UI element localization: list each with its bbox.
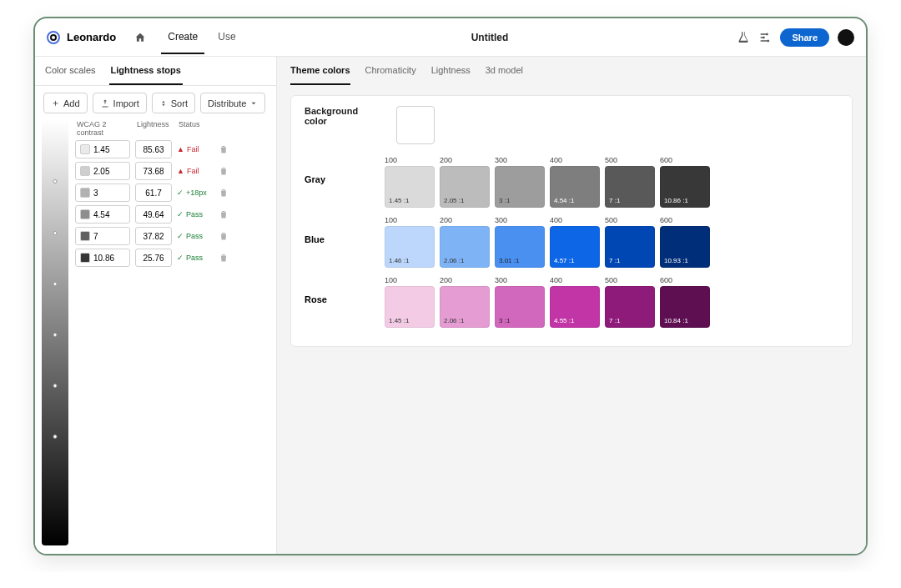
delete-icon[interactable] xyxy=(219,209,229,219)
color-swatch[interactable]: 1.45 :1 xyxy=(385,286,435,328)
nav-create[interactable]: Create xyxy=(161,21,204,54)
check-icon: ✓ xyxy=(177,254,184,262)
gradient-stop[interactable] xyxy=(53,282,58,286)
color-swatch[interactable]: 7 :1 xyxy=(605,166,655,208)
share-button[interactable]: Share xyxy=(780,28,829,47)
color-swatch[interactable]: 2.06 :1 xyxy=(440,226,490,268)
swatch-column: 1001.46 :1 xyxy=(385,216,435,268)
tab-color-scales[interactable]: Color scales xyxy=(43,57,98,85)
status-text: Pass xyxy=(186,254,203,262)
color-swatch[interactable]: 1.46 :1 xyxy=(385,226,435,268)
swatch-column: 3003 :1 xyxy=(495,156,545,208)
color-scale-row: Blue1001.46 :12002.06 :13003.01 :14004.5… xyxy=(305,216,838,268)
color-swatch[interactable]: 1.45 :1 xyxy=(385,166,435,208)
color-swatch[interactable]: 3 :1 xyxy=(495,166,545,208)
contrast-ratio: 1.46 :1 xyxy=(389,257,409,264)
lightness-value: 49.64 xyxy=(143,210,164,219)
color-swatch[interactable]: 10.86 :1 xyxy=(660,166,710,208)
lightness-input[interactable]: 61.7 xyxy=(135,183,172,202)
table-header: WCAG 2 contrast Lightness Status xyxy=(75,120,271,140)
tab-lightness[interactable]: Lightness xyxy=(431,57,471,85)
color-swatch[interactable]: 4.57 :1 xyxy=(550,226,600,268)
swatch-header: 100 xyxy=(385,156,435,164)
tab-3d-model[interactable]: 3d model xyxy=(486,57,523,85)
swatch-header: 100 xyxy=(385,276,435,284)
swatch-header: 100 xyxy=(385,216,435,224)
status-text: Pass xyxy=(186,210,203,219)
row-swatch xyxy=(80,231,90,241)
color-swatch[interactable]: 3.01 :1 xyxy=(495,226,545,268)
color-swatch[interactable]: 10.84 :1 xyxy=(660,286,710,328)
swatch-column: 3003.01 :1 xyxy=(495,216,545,268)
contrast-ratio: 4.55 :1 xyxy=(554,317,574,324)
swatch-header: 200 xyxy=(440,156,490,164)
gradient-stop[interactable] xyxy=(53,231,58,235)
lightness-input[interactable]: 85.63 xyxy=(135,140,172,158)
status-cell: ✓Pass xyxy=(177,232,214,240)
color-swatch[interactable]: 2.06 :1 xyxy=(440,286,490,328)
lightness-input[interactable]: 37.82 xyxy=(135,227,172,245)
color-swatch[interactable]: 2.05 :1 xyxy=(440,166,490,208)
import-button[interactable]: Import xyxy=(93,93,147,113)
tab-chromaticity[interactable]: Chromaticity xyxy=(365,57,416,85)
contrast-input[interactable]: 2.05 xyxy=(75,162,130,180)
nav-use[interactable]: Use xyxy=(211,21,242,54)
contrast-ratio: 7 :1 xyxy=(609,197,620,204)
delete-icon[interactable] xyxy=(219,188,229,198)
contrast-value: 10.86 xyxy=(93,254,114,263)
delete-icon[interactable] xyxy=(219,231,229,241)
contrast-input[interactable]: 1.45 xyxy=(75,140,130,158)
status-cell: ✓Pass xyxy=(177,210,214,219)
swatch-column: 3003 :1 xyxy=(495,276,545,328)
swatch-header: 500 xyxy=(605,156,655,164)
color-swatch[interactable]: 7 :1 xyxy=(605,226,655,268)
main-panel: Theme colors Chromaticity Lightness 3d m… xyxy=(277,57,866,554)
swatch-header: 500 xyxy=(605,216,655,224)
brand: Leonardo xyxy=(67,31,116,43)
home-icon[interactable] xyxy=(134,32,146,43)
color-swatch[interactable]: 7 :1 xyxy=(605,286,655,328)
background-swatch[interactable] xyxy=(396,106,435,144)
add-button[interactable]: ＋Add xyxy=(43,93,88,113)
theme-panel: Background color Gray1001.45 :12002.05 :… xyxy=(290,95,853,347)
color-swatch[interactable]: 3 :1 xyxy=(495,286,545,328)
status-text: Pass xyxy=(186,232,203,240)
lightness-input[interactable]: 73.68 xyxy=(135,162,172,180)
contrast-input[interactable]: 10.86 xyxy=(75,249,130,267)
delete-icon[interactable] xyxy=(219,166,229,176)
contrast-input[interactable]: 4.54 xyxy=(75,205,130,224)
lightness-input[interactable]: 49.64 xyxy=(135,205,172,224)
delete-icon[interactable] xyxy=(219,253,229,263)
settings-icon[interactable] xyxy=(758,31,772,44)
color-swatch[interactable]: 4.55 :1 xyxy=(550,286,600,328)
color-swatch[interactable]: 4.54 :1 xyxy=(550,166,600,208)
tab-theme-colors[interactable]: Theme colors xyxy=(290,57,350,85)
contrast-input[interactable]: 7 xyxy=(75,227,130,245)
swatch-group: 1001.45 :12002.05 :13003 :14004.54 :1500… xyxy=(385,156,710,208)
sidebar: Color scales Lightness stops ＋Add Import… xyxy=(35,57,277,554)
lightness-gradient[interactable] xyxy=(42,120,68,545)
contrast-input[interactable]: 3 xyxy=(75,183,130,202)
lightness-input[interactable]: 25.76 xyxy=(135,249,172,267)
scale-name: Gray xyxy=(305,156,385,184)
delete-icon[interactable] xyxy=(219,144,229,154)
row-swatch xyxy=(80,188,90,198)
swatch-column: 60010.84 :1 xyxy=(660,276,710,328)
import-icon xyxy=(100,98,110,108)
tab-lightness-stops[interactable]: Lightness stops xyxy=(109,57,183,85)
gradient-stop[interactable] xyxy=(53,435,58,439)
doc-title: Untitled xyxy=(249,32,731,43)
beaker-icon[interactable] xyxy=(737,31,750,44)
gradient-stop[interactable] xyxy=(53,333,58,337)
github-icon[interactable] xyxy=(838,29,854,46)
gradient-stop[interactable] xyxy=(53,384,58,388)
gradient-stop[interactable] xyxy=(53,179,58,183)
contrast-ratio: 4.57 :1 xyxy=(554,257,574,264)
lightness-value: 37.82 xyxy=(143,232,164,241)
distribute-button[interactable]: Distribute xyxy=(200,93,265,113)
sort-button[interactable]: Sort xyxy=(152,93,195,113)
color-swatch[interactable]: 10.93 :1 xyxy=(660,226,710,268)
status-cell: ✓+18px xyxy=(177,188,214,197)
swatch-column: 4004.55 :1 xyxy=(550,276,600,328)
contrast-ratio: 10.93 :1 xyxy=(664,257,688,264)
